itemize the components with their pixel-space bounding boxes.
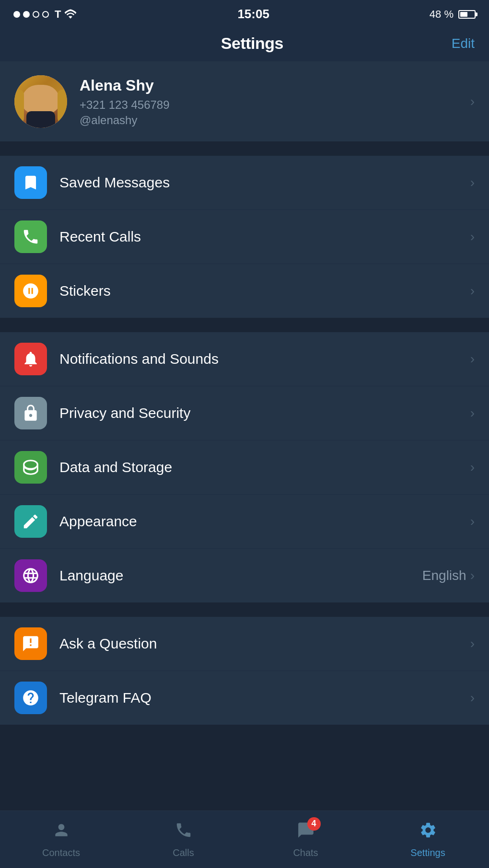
signal-dot-2 bbox=[23, 11, 30, 18]
ask-question-icon bbox=[14, 627, 47, 660]
tab-calls[interactable]: Calls bbox=[122, 821, 244, 858]
language-icon bbox=[14, 559, 47, 592]
data-storage-label: Data and Storage bbox=[59, 459, 470, 475]
profile-chevron: › bbox=[470, 94, 475, 109]
privacy-label: Privacy and Security bbox=[59, 405, 470, 421]
recent-calls-label: Recent Calls bbox=[59, 229, 470, 245]
privacy-icon bbox=[14, 397, 47, 429]
battery-icon bbox=[458, 10, 476, 19]
chats-tab-icon: 4 bbox=[297, 821, 315, 844]
tab-contacts[interactable]: Contacts bbox=[0, 821, 122, 858]
carrier-label: T bbox=[55, 8, 61, 21]
privacy-item[interactable]: Privacy and Security › bbox=[0, 386, 489, 440]
settings-tab-icon bbox=[419, 821, 437, 844]
ask-question-item[interactable]: Ask a Question › bbox=[0, 617, 489, 671]
settings-tab-label: Settings bbox=[410, 847, 445, 858]
profile-username: @alenashy bbox=[80, 114, 466, 127]
recent-calls-item[interactable]: Recent Calls › bbox=[0, 210, 489, 264]
appearance-icon bbox=[14, 505, 47, 538]
signal-dot-3 bbox=[33, 11, 39, 18]
edit-button[interactable]: Edit bbox=[452, 36, 475, 51]
stickers-icon bbox=[14, 275, 47, 307]
recent-calls-icon bbox=[14, 220, 47, 253]
signal-dot-4 bbox=[42, 11, 49, 18]
status-time: 15:05 bbox=[237, 7, 269, 22]
wifi-icon bbox=[64, 8, 77, 21]
signal-dot-1 bbox=[13, 11, 20, 18]
recent-calls-chevron: › bbox=[470, 229, 475, 244]
profile-row[interactable]: Alena Shy +321 123 456789 @alenashy › bbox=[0, 62, 489, 141]
privacy-chevron: › bbox=[470, 405, 475, 421]
data-storage-item[interactable]: Data and Storage › bbox=[0, 440, 489, 495]
avatar bbox=[14, 75, 67, 128]
language-value: English bbox=[422, 568, 466, 583]
notifications-icon bbox=[14, 343, 47, 375]
stickers-chevron: › bbox=[470, 283, 475, 299]
calls-tab-icon bbox=[175, 821, 193, 844]
appearance-item[interactable]: Appearance › bbox=[0, 495, 489, 549]
notifications-label: Notifications and Sounds bbox=[59, 351, 470, 367]
language-label: Language bbox=[59, 567, 422, 584]
status-left: T bbox=[13, 8, 77, 21]
stickers-label: Stickers bbox=[59, 283, 470, 299]
saved-messages-icon bbox=[14, 166, 47, 199]
tab-bar: Contacts Calls 4 Chats Settings bbox=[0, 810, 489, 868]
telegram-faq-label: Telegram FAQ bbox=[59, 690, 470, 706]
profile-info: Alena Shy +321 123 456789 @alenashy bbox=[80, 77, 466, 127]
tab-chats[interactable]: 4 Chats bbox=[244, 821, 367, 858]
saved-messages-item[interactable]: Saved Messages › bbox=[0, 156, 489, 210]
data-storage-chevron: › bbox=[470, 460, 475, 475]
status-bar: T 15:05 48 % bbox=[0, 0, 489, 26]
ask-question-label: Ask a Question bbox=[59, 636, 470, 652]
telegram-faq-chevron: › bbox=[470, 690, 475, 706]
settings-section-3: Ask a Question › Telegram FAQ › bbox=[0, 617, 489, 725]
battery-percent: 48 % bbox=[430, 8, 454, 21]
language-item[interactable]: Language English › bbox=[0, 549, 489, 602]
contacts-tab-icon bbox=[52, 821, 70, 844]
language-chevron: › bbox=[470, 568, 475, 583]
chats-tab-label: Chats bbox=[293, 847, 318, 858]
tab-settings[interactable]: Settings bbox=[367, 821, 489, 858]
section-gap-1 bbox=[0, 141, 489, 156]
ask-question-chevron: › bbox=[470, 636, 475, 651]
appearance-chevron: › bbox=[470, 514, 475, 529]
section-gap-2 bbox=[0, 318, 489, 332]
appearance-label: Appearance bbox=[59, 513, 470, 530]
telegram-faq-icon bbox=[14, 682, 47, 714]
telegram-faq-item[interactable]: Telegram FAQ › bbox=[0, 671, 489, 725]
data-storage-icon bbox=[14, 451, 47, 484]
section-gap-3 bbox=[0, 602, 489, 617]
notifications-chevron: › bbox=[470, 351, 475, 367]
notifications-item[interactable]: Notifications and Sounds › bbox=[0, 332, 489, 386]
saved-messages-chevron: › bbox=[470, 175, 475, 190]
chats-badge: 4 bbox=[307, 817, 321, 831]
profile-name: Alena Shy bbox=[80, 77, 466, 94]
settings-section-2: Notifications and Sounds › Privacy and S… bbox=[0, 332, 489, 602]
page-title: Settings bbox=[221, 34, 283, 53]
nav-bar: Settings Edit bbox=[0, 26, 489, 62]
profile-phone: +321 123 456789 bbox=[80, 98, 466, 112]
contacts-tab-label: Contacts bbox=[42, 847, 80, 858]
settings-section-1: Saved Messages › Recent Calls › Stickers… bbox=[0, 156, 489, 318]
stickers-item[interactable]: Stickers › bbox=[0, 264, 489, 318]
saved-messages-label: Saved Messages bbox=[59, 174, 470, 191]
status-right: 48 % bbox=[430, 8, 476, 21]
calls-tab-label: Calls bbox=[173, 847, 194, 858]
